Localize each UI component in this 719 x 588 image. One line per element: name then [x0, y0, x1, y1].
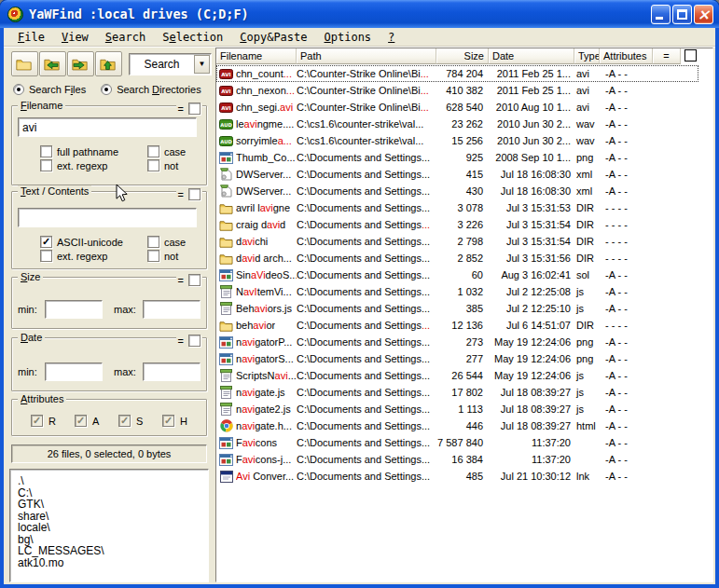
column-header-attrs[interactable]: Attributes — [600, 48, 653, 64]
menu-item-search[interactable]: Search — [97, 30, 154, 45]
date-min-input[interactable] — [45, 362, 103, 381]
close-button[interactable]: × — [694, 5, 713, 24]
size-group-label: Size — [18, 271, 43, 282]
back-button[interactable] — [39, 51, 66, 76]
file-row[interactable]: DWServer...C:\Documents and Settings...4… — [216, 166, 698, 183]
search-files-radio[interactable]: Search Files — [13, 84, 86, 95]
column-header-eq[interactable]: = — [653, 48, 681, 64]
file-row[interactable]: david arch...C:\Documents and Settings..… — [216, 250, 698, 267]
attributes-cell: -A - - — [600, 152, 653, 163]
titlebar[interactable]: YaWFind :local drives (C;D;F) × — [0, 0, 719, 28]
file-row[interactable]: navigate2.jsC:\Documents and Settings...… — [216, 401, 698, 417]
filename-full-pathname-checkbox[interactable]: full pathname — [40, 145, 147, 157]
maximize-button[interactable] — [672, 5, 692, 24]
column-header-size[interactable]: Size — [436, 48, 489, 64]
forward-button[interactable] — [67, 51, 94, 76]
path-cell: C:\Documents and Settings... — [297, 471, 436, 482]
minimize-button[interactable] — [651, 5, 671, 24]
folder-icon — [218, 202, 234, 214]
column-header-path[interactable]: Path — [297, 48, 436, 64]
file-row[interactable]: craig davidC:\Documents and Settings...3… — [216, 216, 698, 233]
up-button[interactable] — [95, 51, 122, 76]
file-row[interactable]: AVIchn_segi.aviC:\Counter-Strike Online\… — [216, 99, 698, 116]
attribute-s-checkbox[interactable]: ✓S — [118, 415, 162, 427]
file-row[interactable]: AUDsorryimlea...C:\cs1.6\counter-strike\… — [216, 132, 698, 149]
file-row[interactable]: ScriptsNavi...C:\Documents and Settings.… — [216, 367, 698, 384]
date-cell: 11:37:20 — [489, 454, 574, 465]
file-row[interactable]: navigatorP...C:\Documents and Settings..… — [216, 334, 698, 350]
filename-cell: AUDleavingme.... — [216, 118, 297, 130]
checkbox-checked-icon: ✓ — [118, 415, 131, 427]
size-max-input[interactable] — [143, 300, 200, 319]
file-row[interactable]: FaviconsC:\Documents and Settings...7 58… — [216, 434, 698, 451]
search-combo-label: Search — [130, 58, 194, 71]
file-row[interactable]: behaviorC:\Documents and Settings...12 1… — [216, 317, 698, 334]
file-row[interactable]: SinaVideoS...C:\Documents and Settings..… — [216, 267, 698, 283]
folder-icon — [218, 219, 234, 231]
date-cell: 2010 Aug 10 1... — [489, 102, 574, 113]
menu-item-help[interactable]: ? — [380, 30, 403, 45]
column-header-date[interactable]: Date — [489, 48, 574, 64]
search-directories-radio[interactable]: Search Directories — [101, 84, 201, 95]
file-row[interactable]: Favicons-j...C:\Documents and Settings..… — [216, 451, 698, 468]
svg-text:AVI: AVI — [221, 105, 230, 111]
file-row[interactable]: NavItemVi...C:\Documents and Settings...… — [216, 283, 698, 300]
attribute-a-checkbox[interactable]: ✓A — [75, 415, 118, 427]
close-icon: × — [695, 5, 712, 24]
menu-item-options[interactable]: Options — [316, 30, 380, 45]
menu-item-file[interactable]: File — [9, 30, 53, 45]
column-header-filename[interactable]: Filename — [216, 48, 297, 64]
menu-item-copypaste[interactable]: Copy&Paste — [231, 30, 315, 45]
search-combo[interactable]: Search ▼ — [129, 53, 212, 75]
text-case-checkbox[interactable]: case — [147, 236, 186, 248]
menu-item-view[interactable]: View — [53, 30, 97, 45]
date-cell: Jul 3 15:31:54 — [489, 219, 574, 230]
path-listbox[interactable]: .\C:\GTK\share\locale\bg\LC_MESSAGES\atk… — [9, 469, 209, 582]
type-cell: DIR — [574, 236, 600, 247]
file-row[interactable]: avril lavigneC:\Documents and Settings..… — [216, 199, 698, 216]
column-header-type[interactable]: Type — [574, 48, 600, 64]
menu-item-selection[interactable]: Selection — [154, 30, 231, 45]
radio-checked-icon — [101, 84, 112, 95]
file-row[interactable]: navigate.h...C:\Documents and Settings..… — [216, 417, 698, 434]
text-contents-input[interactable] — [18, 208, 197, 227]
filename-case-checkbox[interactable]: case — [147, 145, 186, 157]
file-row[interactable]: navigate.jsC:\Documents and Settings...1… — [216, 384, 698, 401]
path-cell: C:\Documents and Settings... — [297, 320, 436, 331]
file-row[interactable]: AVIchn_nexon...C:\Counter-Strike Online\… — [216, 82, 698, 99]
filename-ext-regexp-checkbox[interactable]: ext. regexp — [40, 159, 147, 171]
text-not-checkbox[interactable]: not — [147, 250, 186, 262]
filename-cell: behavior — [216, 320, 297, 332]
filename-input[interactable] — [18, 117, 197, 137]
type-cell: png — [574, 152, 600, 163]
attribute-h-checkbox[interactable]: ✓H — [162, 415, 206, 427]
filename-eq-checkbox[interactable] — [188, 103, 200, 115]
text-ext-regexp-checkbox[interactable]: ext. regexp — [40, 250, 147, 262]
header-select-checkbox[interactable] — [684, 49, 697, 62]
text-ascii-unicode-checkbox[interactable]: ✓ASCII-unicode — [40, 236, 147, 248]
filename-not-checkbox[interactable]: not — [147, 159, 186, 171]
search-combo-dropdown[interactable]: ▼ — [194, 55, 210, 74]
file-row[interactable]: DWServer...C:\Documents and Settings...4… — [216, 183, 698, 199]
size-eq-checkbox[interactable] — [188, 274, 200, 286]
checkbox-icon — [147, 159, 159, 171]
file-row[interactable]: AVIchn_count...C:\Counter-Strike Online\… — [216, 65, 698, 82]
date-cell: Jul 18 08:39:27 — [489, 403, 574, 415]
size-cell: 2 798 — [436, 236, 489, 247]
path-cell: C:\Documents and Settings... — [297, 420, 436, 431]
filename-text: navigate.js — [236, 387, 285, 398]
file-row[interactable]: navigatorS...C:\Documents and Settings..… — [216, 350, 698, 367]
file-row[interactable]: Avi Conver...C:\Documents and Settings..… — [216, 468, 698, 485]
file-row[interactable]: Thumb_Co...C:\Documents and Settings...9… — [216, 149, 698, 166]
text-eq-checkbox[interactable] — [188, 188, 200, 200]
attribute-r-checkbox[interactable]: ✓R — [31, 415, 75, 427]
date-max-label: max: — [114, 366, 143, 377]
date-max-input[interactable] — [143, 362, 200, 381]
size-min-input[interactable] — [45, 300, 103, 319]
results-rows: AVIchn_count...C:\Counter-Strike Online\… — [216, 64, 712, 485]
date-eq-checkbox[interactable] — [188, 335, 200, 347]
file-row[interactable]: davichiC:\Documents and Settings...2 798… — [216, 233, 698, 250]
file-row[interactable]: AUDleavingme....C:\cs1.6\counter-strike\… — [216, 116, 698, 132]
open-folder-button[interactable] — [11, 51, 38, 76]
file-row[interactable]: Behaviors.jsC:\Documents and Settings...… — [216, 300, 698, 317]
